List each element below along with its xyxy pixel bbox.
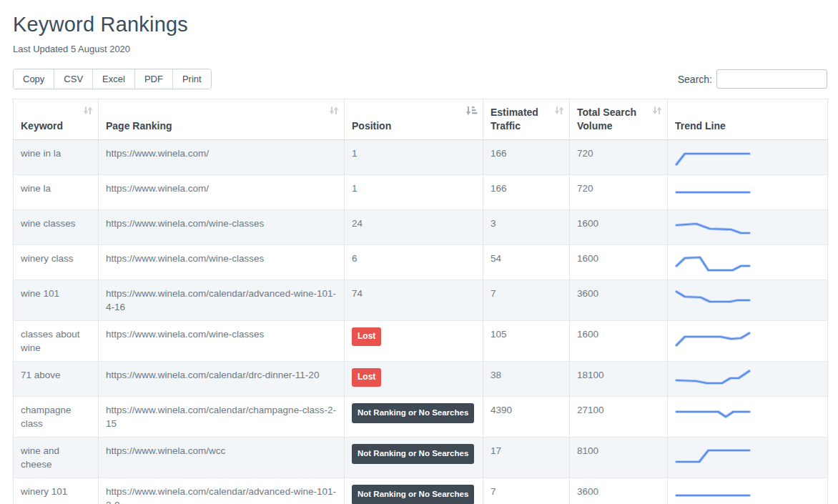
keyword-rankings-table: KeywordPage RankingPositionEstimated Tra… [13,99,828,504]
column-header-trend-line: Trend Line [668,99,828,140]
estimated-traffic-cell: 4390 [483,397,570,438]
position-cell: 74 [345,280,483,321]
trend-line-cell [668,280,828,321]
total-search-volume-cell: 27100 [570,397,668,438]
trend-sparkline [675,485,751,504]
search-input[interactable] [716,69,827,89]
total-search-volume-cell: 720 [570,140,668,175]
column-label: Keyword [21,120,63,132]
trend-sparkline [675,403,751,425]
export-buttons: CopyCSVExcelPDFPrint [13,69,212,89]
page-ranking-cell: https://www.winela.com/calendar/drc-dinn… [99,362,345,397]
keyword-cell: champagne class [14,397,99,438]
excel-button[interactable]: Excel [93,69,135,89]
sort-both-icon [329,106,339,115]
page-ranking-cell: https://www.winela.com/wcc [99,438,345,478]
print-button[interactable]: Print [173,69,211,89]
trend-line-cell [668,210,828,245]
estimated-traffic-cell: 7 [483,478,570,504]
trend-line-cell [668,478,828,504]
trend-sparkline [675,287,751,308]
estimated-traffic-cell: 17 [483,438,570,478]
column-header-total-search-volume[interactable]: Total Search Volume [570,99,668,140]
page-ranking-cell: https://www.winela.com/wine-classes [99,321,345,362]
table-row: wine lahttps://www.winela.com/1166720 [14,175,828,210]
column-header-position[interactable]: Position [345,99,483,140]
page-ranking-cell: https://www.winela.com/calendar/advanced… [99,478,345,504]
trend-sparkline [675,252,751,273]
keyword-cell: 71 above [14,362,99,397]
position-cell: Lost [345,321,483,362]
sort-both-icon-wrap [554,105,564,119]
table-row: 71 abovehttps://www.winela.com/calendar/… [14,362,828,397]
table-body: wine in lahttps://www.winela.com/1166720… [14,140,828,504]
total-search-volume-cell: 3600 [570,280,668,321]
column-label: Trend Line [675,120,726,132]
not-ranking-badge: Not Ranking or No Searches [352,444,474,464]
total-search-volume-cell: 1600 [570,321,668,362]
trend-line-cell [668,397,828,438]
trend-sparkline [675,368,751,390]
trend-sparkline [675,182,751,203]
estimated-traffic-cell: 38 [483,362,570,397]
page-ranking-cell: https://www.winela.com/calendar/advanced… [99,280,345,321]
position-cell: 1 [345,140,483,175]
not-ranking-badge: Not Ranking or No Searches [352,485,474,504]
sort-both-icon [652,106,662,115]
column-label: Position [352,120,391,132]
table-row: wine in lahttps://www.winela.com/1166720 [14,140,828,175]
table-row: wine and cheesehttps://www.winela.com/wc… [14,438,828,478]
total-search-volume-cell: 1600 [570,210,668,245]
estimated-traffic-cell: 166 [483,140,570,175]
trend-line-cell [668,438,828,478]
trend-sparkline [675,327,751,349]
search-label: Search: [678,74,712,85]
sort-asc-icon [465,106,478,115]
position-cell: Not Ranking or No Searches [345,438,483,478]
position-cell: Lost [345,362,483,397]
trend-line-cell [668,362,828,397]
estimated-traffic-cell: 166 [483,175,570,210]
position-cell: Not Ranking or No Searches [345,478,483,504]
trend-sparkline [675,217,751,238]
estimated-traffic-cell: 54 [483,245,570,280]
table-row: champagne classhttps://www.winela.com/ca… [14,397,828,438]
sort-both-icon [83,106,93,115]
table-row: wine 101https://www.winela.com/calendar/… [14,280,828,321]
column-header-page-ranking[interactable]: Page Ranking [99,99,345,140]
trend-line-cell [668,140,828,175]
sort-both-icon-wrap [652,105,662,119]
keyword-cell: wine and cheese [14,438,99,478]
pdf-button[interactable]: PDF [135,69,173,89]
sort-both-icon-wrap [329,105,339,119]
column-header-keyword[interactable]: Keyword [14,99,99,140]
keyword-cell: wine in la [14,140,99,175]
table-row: winery 101https://www.winela.com/calenda… [14,478,828,504]
search-control: Search: [678,69,827,89]
column-label: Estimated Traffic [491,107,538,132]
column-label: Page Ranking [106,120,172,132]
sort-both-icon [554,106,564,115]
keyword-rankings-page: Keyword Rankings Last Updated 5 August 2… [0,0,838,504]
total-search-volume-cell: 8100 [570,438,668,478]
copy-button[interactable]: Copy [14,69,54,89]
keyword-cell: wine la [14,175,99,210]
total-search-volume-cell: 720 [570,175,668,210]
trend-line-cell [668,321,828,362]
page-title: Keyword Rankings [13,13,827,36]
keyword-cell: winery class [14,245,99,280]
sort-both-icon-wrap [83,105,93,119]
position-cell: 24 [345,210,483,245]
column-header-estimated-traffic[interactable]: Estimated Traffic [483,99,570,140]
total-search-volume-cell: 18100 [570,362,668,397]
total-search-volume-cell: 1600 [570,245,668,280]
keyword-cell: winery 101 [14,478,99,504]
table-row: classes about winehttps://www.winela.com… [14,321,828,362]
keyword-cell: classes about wine [14,321,99,362]
estimated-traffic-cell: 105 [483,321,570,362]
table-row: winery classhttps://www.winela.com/wine-… [14,245,828,280]
csv-button[interactable]: CSV [54,69,93,89]
column-label: Total Search Volume [577,107,636,132]
trend-line-cell [668,175,828,210]
position-cell: 1 [345,175,483,210]
